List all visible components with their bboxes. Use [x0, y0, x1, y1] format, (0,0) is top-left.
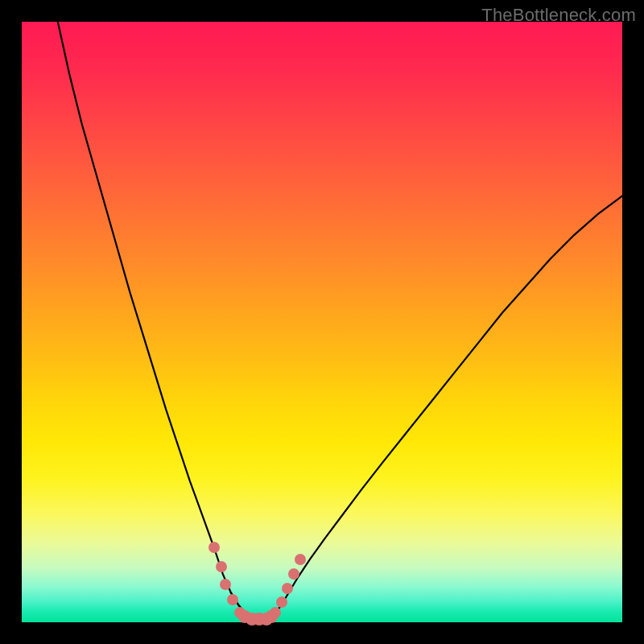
watermark-text: TheBottleneck.com	[481, 5, 636, 26]
data-marker	[227, 594, 238, 605]
right-curve	[270, 196, 622, 617]
data-marker	[276, 597, 287, 608]
data-marker	[265, 610, 278, 623]
chart-frame	[22, 22, 622, 622]
chart-svg	[22, 22, 622, 622]
data-marker	[282, 583, 293, 594]
data-marker	[216, 561, 227, 572]
data-marker	[295, 554, 306, 565]
data-marker	[220, 579, 231, 590]
data-marker	[288, 568, 299, 580]
data-marker	[208, 542, 220, 553]
left-curve	[58, 22, 253, 618]
